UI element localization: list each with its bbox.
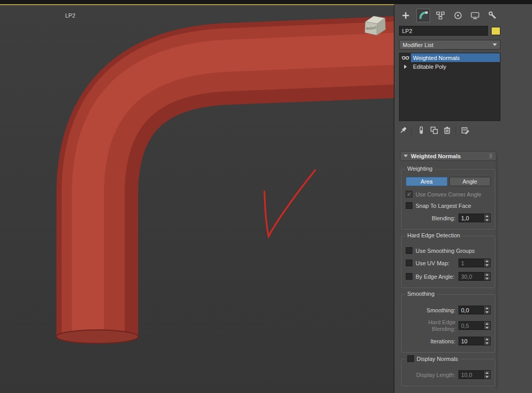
by-edge-angle-checkbox-row: By Edge Angle: 30,0 (406, 272, 491, 281)
create-plus-icon (401, 11, 410, 20)
display-monitor-icon (470, 11, 480, 20)
viewport-scene: RIGHT (0, 5, 394, 393)
use-convex-corner-angle-checkbox[interactable]: ✓ Use Convex Corner Angle (406, 191, 491, 198)
group-display-normals: Display Normals Display Length: 10,0 (401, 359, 495, 386)
checkbox[interactable] (406, 247, 412, 254)
tab-display[interactable] (468, 9, 482, 22)
checkbox-label: Use Smoothing Groups (416, 248, 475, 254)
use-uv-map-label: Use UV Map: (416, 260, 449, 266)
spinner-up-arrow[interactable] (484, 259, 490, 263)
annotation-checkmark (264, 170, 315, 236)
stack-item-label: Weighted Normals (411, 53, 500, 62)
hard-edge-blending-label: Hard Edge Blending: (428, 319, 455, 332)
hard-edge-blending-spinner[interactable]: 0,5 (459, 321, 491, 330)
expand-arrow-icon (404, 65, 407, 69)
stack-item-editable-poly[interactable]: Editable Poly (400, 62, 500, 71)
command-panel: Modifier List Weighted Normals Editable … (395, 4, 532, 393)
by-edge-angle-spinner[interactable]: 30,0 (459, 272, 491, 281)
smoothing-label: Smoothing: (426, 307, 455, 313)
tab-modify[interactable] (417, 9, 430, 22)
spinner-up-arrow[interactable] (484, 306, 490, 310)
configure-modifier-sets-icon[interactable] (461, 126, 469, 134)
stack-item-weighted-normals[interactable]: Weighted Normals (400, 53, 500, 62)
modifier-list-dropdown[interactable]: Modifier List (399, 40, 500, 50)
modify-arc-icon (419, 11, 428, 20)
viewport-object-label: LP2 (65, 12, 76, 19)
checkbox-label: Snap To Largest Face (416, 203, 471, 209)
dropdown-arrow-icon (493, 43, 497, 46)
spinner-up-arrow[interactable] (484, 273, 490, 277)
rollout-collapse-icon (404, 155, 408, 157)
stack-item-label: Editable Poly (411, 62, 500, 71)
toolbar-separator (412, 127, 412, 134)
panel-scroll-strip[interactable] (496, 155, 498, 389)
tab-create[interactable] (399, 9, 412, 22)
spinner-down-arrow[interactable] (484, 263, 490, 267)
blending-label: Blending: (432, 215, 455, 221)
spinner-up-arrow[interactable] (484, 214, 490, 218)
spinner-down-arrow[interactable] (484, 310, 490, 314)
pipe-object (56, 49, 394, 343)
rollout-grip-icon: ⣿ (489, 154, 493, 158)
spinner-down-arrow[interactable] (484, 341, 490, 345)
smoothing-spinner[interactable]: 0,0 (459, 306, 491, 314)
use-uv-map-checkbox[interactable] (406, 260, 412, 266)
angle-button[interactable]: Angle (449, 177, 491, 186)
weighting-mode-buttons: Area Angle (406, 177, 491, 186)
spinner-up-arrow[interactable] (484, 371, 490, 375)
display-length-row: Display Length: 10,0 (406, 370, 491, 379)
checkbox-checked[interactable]: ✓ (406, 191, 412, 198)
by-edge-angle-label: By Edge Angle: (416, 274, 454, 280)
spinner-down-arrow[interactable] (484, 277, 490, 280)
rollout-header-weighted-normals[interactable]: Weighted Normals ⣿ (400, 151, 496, 161)
spinner-down-arrow[interactable] (484, 375, 490, 379)
rollout-body: Weighting Area Angle ✓ Use Convex Corner… (400, 161, 496, 390)
pipe-bottom-cap (56, 330, 138, 343)
spinner-up-arrow[interactable] (484, 337, 490, 341)
iterations-spinner[interactable]: 10 (459, 337, 491, 345)
checkbox[interactable] (406, 202, 412, 209)
snap-to-largest-face-checkbox[interactable]: Snap To Largest Face (406, 202, 491, 209)
show-end-result-icon[interactable] (417, 126, 425, 134)
checkbox-label: Use Convex Corner Angle (416, 191, 481, 198)
tab-utilities[interactable] (486, 9, 499, 22)
tab-hierarchy[interactable] (434, 9, 447, 22)
group-weighting: Weighting Area Angle ✓ Use Convex Corner… (401, 169, 495, 230)
modifier-stack-toolbar (399, 125, 500, 135)
modifier-visibility-icon[interactable] (400, 53, 411, 62)
display-normals-checkbox[interactable] (407, 355, 414, 362)
by-edge-angle-checkbox[interactable] (406, 273, 412, 280)
uv-map-spinner[interactable]: 1 (459, 259, 491, 267)
make-unique-icon[interactable] (430, 126, 438, 134)
use-smoothing-groups-checkbox[interactable]: Use Smoothing Groups (406, 247, 491, 254)
spinner-down-arrow[interactable] (484, 326, 490, 329)
viewport[interactable]: LP2 RIGHT (0, 4, 394, 393)
spinner-down-arrow[interactable] (484, 218, 490, 222)
group-title: Hard Edge Detection (405, 232, 462, 238)
display-length-label: Display Length: (416, 372, 455, 378)
display-length-spinner[interactable]: 10,0 (459, 370, 491, 379)
hard-edge-blending-row: Hard Edge Blending: 0,5 (406, 319, 491, 332)
blending-spinner[interactable]: 1,0 (459, 214, 491, 222)
remove-modifier-trash-icon[interactable] (443, 126, 451, 134)
hierarchy-icon (436, 11, 445, 20)
object-name-row (399, 26, 500, 36)
blending-row: Blending: 1,0 (406, 214, 491, 222)
iterations-label: Iterations: (431, 338, 455, 344)
tab-motion[interactable] (451, 9, 465, 22)
modifier-stack: Weighted Normals Editable Poly (399, 53, 500, 121)
group-hard-edge-detection: Hard Edge Detection Use Smoothing Groups… (401, 236, 495, 288)
use-uv-map-checkbox-row: Use UV Map: 1 (406, 259, 491, 267)
object-color-swatch[interactable] (491, 27, 500, 35)
top-strip (0, 0, 532, 4)
spinner-up-arrow[interactable] (484, 322, 490, 326)
toolbar-separator (456, 127, 456, 134)
group-smoothing: Smoothing Smoothing: 0,0 (401, 294, 495, 353)
iterations-row: Iterations: 10 (406, 337, 491, 345)
area-button[interactable]: Area (406, 177, 448, 186)
rollout-area: Weighted Normals ⣿ Weighting Area Angle … (400, 151, 496, 390)
object-name-input[interactable] (399, 26, 488, 36)
application-window: LP2 RIGHT (0, 0, 532, 393)
pin-stack-icon[interactable] (399, 126, 407, 134)
group-title: Weighting (405, 165, 435, 172)
